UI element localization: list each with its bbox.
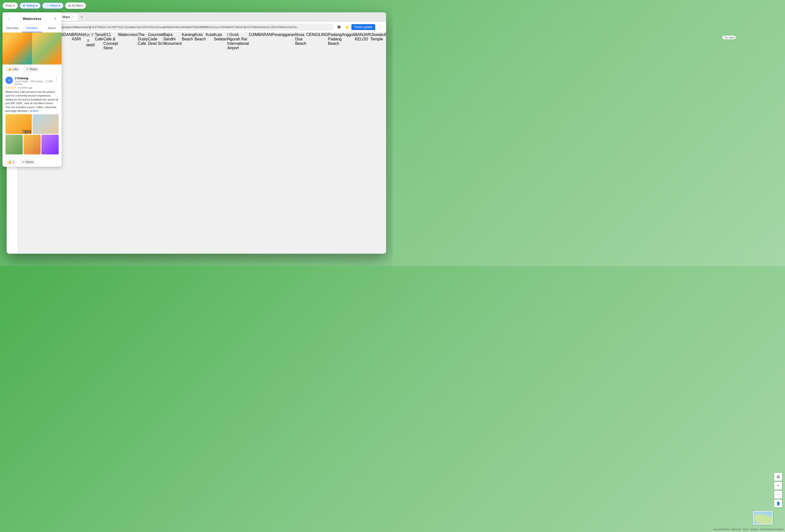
review-share-button[interactable]: ↗ Share: [20, 159, 36, 165]
place-panel: ← Watercress × Overview Reviews Abo: [7, 32, 62, 167]
title-bar: Watercress - Google Maps × +: [7, 12, 386, 22]
share-icon: ↗: [26, 68, 28, 71]
main-content: Saved Recents 321 Bali ! Rawai: [7, 32, 386, 254]
share-label: Share: [29, 68, 37, 71]
like-button[interactable]: 👍 Like: [7, 66, 21, 72]
review-images-1: ▶ 0:55: [7, 114, 59, 134]
review-image-4[interactable]: [23, 135, 41, 154]
like-count: 1: [12, 160, 14, 164]
review-image-5-overlay[interactable]: +6: [42, 135, 59, 154]
place-image-1[interactable]: [7, 32, 32, 64]
reviewer-meta: Local Guide · 109 reviews · 11,668 photo…: [15, 80, 53, 85]
review-more-link[interactable]: More: [32, 109, 39, 112]
bookmarks-button[interactable]: ⭐: [344, 24, 350, 30]
review-image-3[interactable]: [7, 135, 23, 154]
nav-actions: ⭐ Finish update ⋮: [335, 24, 383, 30]
tab-close-button[interactable]: ×: [72, 15, 75, 19]
review-image-1[interactable]: ▶ 0:55: [7, 114, 32, 134]
reviewer-name: J Cheung: [15, 77, 53, 80]
reviewer-avatar: J: [7, 77, 13, 84]
place-images: [7, 32, 62, 64]
review-share-label: Share: [26, 160, 33, 164]
extensions-button[interactable]: [335, 24, 343, 30]
more-options-button[interactable]: ⋮: [376, 24, 383, 30]
review-stars: ★★★★★: [7, 86, 17, 89]
like-icon: 👍: [8, 68, 11, 71]
review-item: J J Cheung Local Guide · 109 reviews · 1…: [7, 74, 62, 157]
finish-update-button[interactable]: Finish update: [351, 24, 375, 30]
review-share-icon: ↗: [22, 160, 25, 164]
like-count-icon: 👍: [8, 160, 11, 164]
new-tab-button[interactable]: +: [79, 14, 85, 20]
reviewer-info: J Cheung Local Guide · 109 reviews · 11,…: [15, 77, 53, 85]
address-text: google.com/maps/place/Watercress/@-8.673…: [43, 26, 331, 29]
place-actions: 👍 Like ↗ Share: [7, 64, 62, 74]
review-images-2: +6: [7, 135, 59, 154]
browser-window: Watercress - Google Maps × + ‹ › ↻ googl…: [7, 12, 386, 254]
review-menu-icon[interactable]: ⋮: [55, 77, 59, 81]
reviewer-header: J J Cheung Local Guide · 109 reviews · 1…: [7, 77, 59, 85]
place-image-2[interactable]: [32, 32, 61, 64]
like-label: Like: [12, 68, 18, 71]
review-image-2[interactable]: [32, 114, 59, 134]
share-button[interactable]: ↗ Share: [23, 66, 40, 72]
review-text: Watercress Cafe proved to be the perfect…: [7, 90, 59, 113]
nav-bar: ‹ › ↻ google.com/maps/place/Watercress/@…: [7, 22, 386, 32]
review-time: 4 months ago: [18, 86, 32, 89]
review-bottom-actions: 👍 1 ↗ Share: [7, 157, 62, 167]
review-like-button[interactable]: 👍 1: [7, 159, 17, 165]
address-bar[interactable]: google.com/maps/place/Watercress/@-8.673…: [36, 23, 334, 31]
